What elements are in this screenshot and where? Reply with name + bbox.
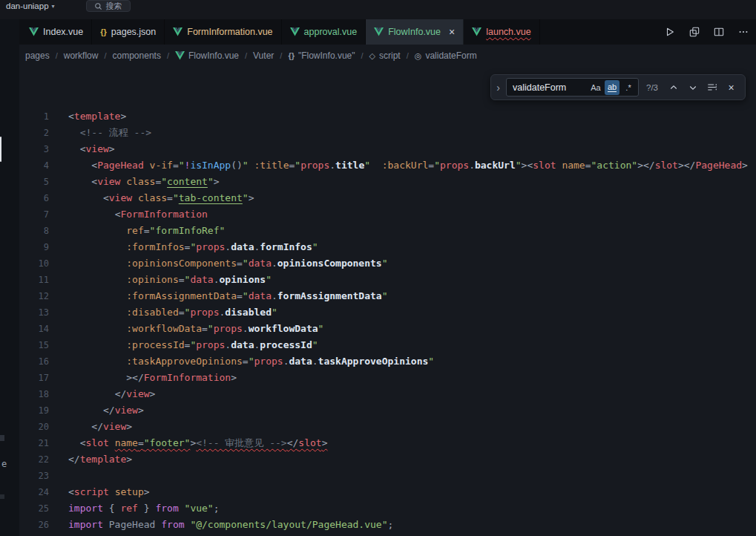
code-line: 14 :workflowData="props.workflowData"	[0, 321, 756, 337]
code-text: :formAssignmentData="data.formAssignment…	[49, 288, 388, 304]
play-icon	[665, 27, 675, 37]
tab-Index.vue[interactable]: Index.vue	[21, 19, 92, 45]
app-menu[interactable]: dan-uniapp ▾	[1, 0, 59, 12]
breadcrumb-label: workflow	[64, 50, 99, 61]
code-text: <PageHead v-if="!isInApp()" :title="prop…	[49, 157, 748, 174]
code-line: 1<template>	[0, 108, 756, 125]
tab-bar: Index.vue{}pages.jsonFormInformation.vue…	[0, 19, 756, 45]
tab-FormInformation.vue[interactable]: FormInformation.vue	[165, 19, 281, 45]
toggle-replace-button[interactable]: ›	[494, 82, 502, 93]
breadcrumb-separator: /	[56, 51, 58, 60]
code-lines: 1<template>2 <!-- 流程 -->3 <view>4 <PageH…	[0, 67, 756, 536]
breadcrumb-item[interactable]: components	[113, 50, 161, 61]
line-number: 4	[19, 157, 49, 174]
code-text: import PageHead from "@/components/layou…	[49, 517, 393, 533]
line-number: 11	[19, 272, 49, 288]
title-bar: dan-uniapp ▾ 搜索	[0, 0, 756, 19]
code-text: :opinionsComponents="data.opinionsCompon…	[49, 255, 388, 272]
breadcrumb-item[interactable]: ◇script	[369, 50, 401, 61]
vue-icon	[175, 51, 185, 60]
code-editor[interactable]: 1<template>2 <!-- 流程 -->3 <view>4 <PageH…	[0, 67, 756, 536]
code-line: 23	[0, 468, 756, 484]
close-icon[interactable]: ×	[449, 27, 455, 37]
tab-label: launch.vue	[486, 27, 530, 37]
close-icon[interactable]: ×	[723, 79, 739, 95]
code-line: 2 <!-- 流程 -->	[0, 125, 756, 141]
code-text	[49, 468, 68, 484]
vue-icon	[472, 27, 481, 36]
chevron-down-icon: ▾	[52, 3, 55, 10]
global-search-label: 搜索	[106, 1, 122, 12]
code-line: 15 :processId="props.data.processId"	[0, 337, 756, 353]
sidebar-mark	[0, 494, 4, 499]
tab-launch.vue[interactable]: launch.vue	[464, 19, 539, 45]
code-line: 8 ref="formInfoRef"	[0, 223, 756, 239]
regex-button[interactable]: .*	[621, 80, 636, 95]
match-case-button[interactable]: Aa	[588, 80, 603, 95]
line-number: 20	[19, 419, 49, 435]
code-line: 7 <FormInformation	[0, 206, 756, 223]
split-editor-button[interactable]	[709, 22, 729, 42]
find-in-selection-button[interactable]	[704, 79, 720, 95]
more-actions-button[interactable]	[734, 22, 753, 42]
vue-icon	[290, 27, 300, 36]
line-number: 8	[19, 223, 49, 239]
code-line: 19 </view>	[0, 402, 756, 419]
whole-word-button[interactable]: ab	[605, 80, 619, 95]
breadcrumb-item[interactable]: Vuter	[253, 50, 274, 61]
code-text: <view class="tab-content">	[49, 190, 254, 206]
line-number: 6	[19, 190, 49, 206]
symbol-method-icon: ◎	[415, 52, 422, 60]
sidebar-cropped-text: e	[1, 459, 7, 469]
breadcrumb-label: FlowInfo.vue	[188, 50, 239, 61]
line-number: 18	[19, 386, 49, 402]
line-number: 15	[19, 337, 49, 353]
code-text: <template>	[49, 108, 126, 125]
tab-label: pages.json	[111, 27, 156, 37]
tab-pages.json[interactable]: {}pages.json	[92, 19, 165, 45]
line-number: 26	[19, 517, 49, 533]
code-line: 24<script setup>	[0, 484, 756, 500]
breadcrumb-item[interactable]: ◎validateForm	[415, 50, 477, 61]
line-number: 23	[19, 468, 49, 484]
line-number: 13	[19, 304, 49, 321]
sidebar-mark	[0, 435, 4, 441]
line-number: 1	[19, 108, 49, 125]
line-number: 10	[19, 255, 49, 272]
breadcrumb-item[interactable]: FlowInfo.vue	[175, 50, 239, 61]
line-number: 22	[19, 451, 49, 468]
breadcrumb-item[interactable]: pages	[25, 50, 50, 61]
code-text: </view>	[49, 419, 132, 435]
code-line: 10 :opinionsComponents="data.opinionsCom…	[0, 255, 756, 272]
sidebar-edge: e	[0, 19, 19, 536]
line-number: 24	[19, 484, 49, 500]
code-text: <view>	[49, 141, 115, 157]
code-line: 22</template>	[0, 451, 756, 468]
code-line: 17 ></FormInformation>	[0, 370, 756, 386]
symbol-module-icon: ◇	[369, 52, 375, 60]
code-text: :disabled="props.disabled"	[49, 304, 277, 321]
tab-label: FormInformation.vue	[187, 27, 272, 37]
code-line: 9 :formInfos="props.data.formInfos"	[0, 239, 756, 255]
breadcrumb-item[interactable]: workflow	[64, 50, 99, 61]
tab-FlowInfo.vue[interactable]: FlowInfo.vue×	[366, 19, 464, 45]
next-match-button[interactable]	[685, 79, 700, 95]
tab-approval.vue[interactable]: approval.vue	[282, 19, 367, 45]
find-input[interactable]	[513, 82, 587, 93]
code-text: </view>	[49, 386, 155, 402]
code-line: 4 <PageHead v-if="!isInApp()" :title="pr…	[0, 157, 756, 174]
breadcrumb-label: validateForm	[425, 50, 476, 61]
code-text: :taskApproveOpinions="props.data.taskApp…	[49, 353, 434, 370]
find-widget: › Aa ab .* ?/3 ×	[490, 74, 746, 100]
code-text: import { ref } from "vue";	[49, 500, 220, 517]
breadcrumb-separator: /	[245, 51, 247, 60]
run-button[interactable]	[660, 22, 680, 42]
line-number: 25	[19, 500, 49, 517]
global-search[interactable]: 搜索	[86, 0, 131, 12]
breadcrumb-item[interactable]: {}"FlowInfo.vue"	[288, 50, 355, 61]
breadcrumb: pages/workflow/components/FlowInfo.vue/V…	[0, 45, 756, 67]
compare-button[interactable]	[685, 22, 704, 42]
code-line: 6 <view class="tab-content">	[0, 190, 756, 206]
previous-match-button[interactable]	[665, 79, 681, 95]
code-text: :formInfos="props.data.formInfos"	[49, 239, 318, 255]
